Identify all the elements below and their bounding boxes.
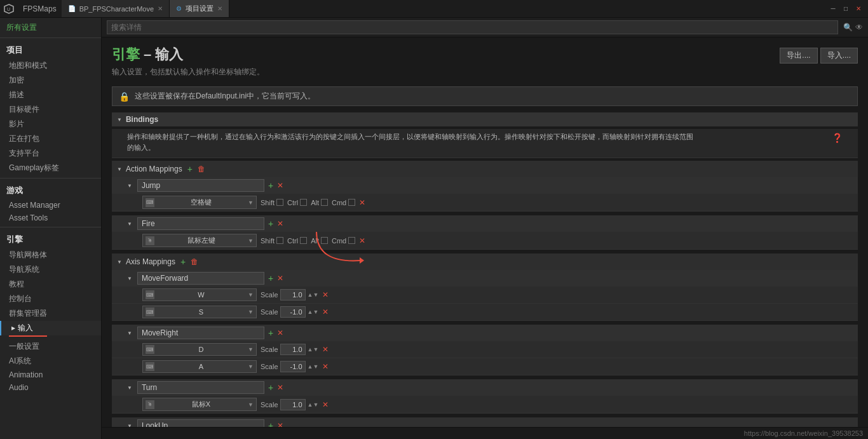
- delete-w-btn[interactable]: ✕: [322, 290, 329, 299]
- sidebar-packaging[interactable]: 正在打包: [0, 132, 101, 146]
- delete-turn-btn[interactable]: ✕: [277, 383, 283, 392]
- help-icon[interactable]: ❓: [832, 132, 843, 145]
- tab-bp-close[interactable]: ✕: [158, 5, 163, 12]
- tab-project-settings[interactable]: ⚙ 项目设置 ✕: [170, 0, 229, 17]
- alt-checkbox-fire[interactable]: [321, 237, 328, 244]
- turn-name-input[interactable]: [137, 381, 264, 394]
- delete-mousex-btn[interactable]: ✕: [322, 400, 329, 409]
- shift-label-fire: Shift: [261, 237, 275, 245]
- add-action-mapping-btn[interactable]: +: [186, 164, 194, 174]
- sidebar-asset-tools[interactable]: Asset Tools: [0, 212, 101, 224]
- export-btn[interactable]: 导出....: [780, 48, 817, 64]
- mr-d-dropdown[interactable]: ⌨ D ▼: [142, 343, 257, 356]
- scale-arrows-mousex[interactable]: ▲▼: [308, 402, 319, 408]
- add-fire-key-btn[interactable]: +: [267, 219, 275, 229]
- mr-a-dropdown[interactable]: ⌨ A ▼: [142, 360, 257, 373]
- action-mappings-label: Action Mappings: [126, 165, 182, 173]
- moveright-name-input[interactable]: [137, 327, 264, 339]
- ctrl-checkbox-fire[interactable]: [300, 237, 307, 244]
- jump-key-dropdown[interactable]: ⌨ 空格键 ▼: [142, 196, 257, 209]
- scale-input-d[interactable]: [280, 344, 306, 355]
- sidebar-platforms[interactable]: 支持平台: [0, 146, 101, 161]
- scale-arrows-s[interactable]: ▲▼: [308, 309, 319, 315]
- fire-mapping: ▼ + ✕ 🖱 鼠标左键 ▼ Shift: [112, 215, 858, 250]
- jump-name-input[interactable]: [137, 179, 264, 192]
- mf-s-dropdown[interactable]: ⌨ S ▼: [142, 306, 257, 318]
- svg-text:U: U: [7, 7, 10, 11]
- scale-input-a[interactable]: [280, 361, 306, 372]
- scale-arrows-a[interactable]: ▲▼: [308, 363, 319, 370]
- alt-checkbox-jump[interactable]: [321, 199, 328, 206]
- sidebar-asset-manager[interactable]: Asset Manager: [0, 199, 101, 212]
- mf-w-dropdown[interactable]: ⌨ W ▼: [142, 288, 257, 301]
- add-mr-key-btn[interactable]: +: [267, 328, 275, 338]
- delete-action-mappings-btn[interactable]: 🗑: [198, 165, 205, 173]
- sidebar-all-settings[interactable]: 所有设置: [0, 20, 101, 35]
- add-jump-key-btn[interactable]: +: [267, 180, 275, 191]
- delete-a-btn[interactable]: ✕: [322, 362, 329, 371]
- sidebar-cluster-manager[interactable]: 群集管理器: [0, 306, 101, 321]
- moveright-header: ▼ + ✕: [112, 325, 858, 341]
- delete-s-btn[interactable]: ✕: [322, 307, 329, 316]
- scale-label-w: Scale: [261, 291, 278, 299]
- close-btn[interactable]: ✕: [853, 3, 864, 15]
- delete-jump-btn[interactable]: ✕: [277, 181, 283, 190]
- sidebar-nav-mesh[interactable]: 导航网格体: [0, 248, 101, 262]
- sidebar-console[interactable]: 控制台: [0, 292, 101, 306]
- add-mf-key-btn[interactable]: +: [267, 273, 275, 283]
- scale-input-s[interactable]: [280, 306, 306, 318]
- search-icon[interactable]: 🔍: [843, 23, 853, 32]
- import-btn[interactable]: 导入....: [820, 48, 858, 64]
- search-input[interactable]: [107, 20, 838, 34]
- scale-arrows-d[interactable]: ▲▼: [308, 346, 319, 353]
- fire-name-input[interactable]: [137, 217, 264, 230]
- add-turn-key-btn[interactable]: +: [267, 382, 275, 393]
- cmd-checkbox-jump[interactable]: [348, 199, 355, 206]
- delete-jump-key-btn[interactable]: ✕: [359, 198, 365, 207]
- lookup-name-input[interactable]: [137, 419, 264, 427]
- sidebar-ai-system[interactable]: AI系统: [0, 354, 101, 368]
- sidebar-movies[interactable]: 影片: [0, 117, 101, 132]
- axis-mappings-triangle: ▼: [117, 259, 122, 265]
- delete-fire-key-btn[interactable]: ✕: [359, 236, 365, 245]
- add-lookup-key-btn[interactable]: +: [267, 421, 275, 427]
- cmd-checkbox-fire[interactable]: [348, 237, 355, 244]
- bindings-triangle: ▼: [117, 117, 122, 123]
- delete-d-btn[interactable]: ✕: [322, 345, 329, 354]
- sidebar-input[interactable]: ▶ 输入: [0, 321, 101, 335]
- visibility-icon[interactable]: 👁: [855, 23, 863, 32]
- scale-arrows-w[interactable]: ▲▼: [308, 292, 319, 298]
- maximize-btn[interactable]: □: [840, 3, 851, 15]
- moveforward-name-input[interactable]: [137, 272, 264, 285]
- tab-bp-character[interactable]: 📄 BP_FPSCharacterMove ✕: [62, 0, 170, 17]
- turn-mousex-dropdown[interactable]: 🖱 鼠标X ▼: [142, 398, 257, 411]
- fire-key-dropdown[interactable]: 🖱 鼠标左键 ▼: [142, 234, 257, 247]
- scale-input-mousex[interactable]: [280, 399, 306, 410]
- sidebar-encryption[interactable]: 加密: [0, 73, 101, 88]
- delete-mf-btn[interactable]: ✕: [277, 274, 283, 283]
- alt-label-fire: Alt: [311, 237, 319, 245]
- bindings-section-header[interactable]: ▼ Bindings: [112, 112, 858, 126]
- scale-input-w[interactable]: [280, 289, 306, 301]
- sidebar-gameplay-tags[interactable]: Gameplay标签: [0, 161, 101, 175]
- add-axis-mapping-btn[interactable]: +: [179, 257, 187, 267]
- delete-mr-btn[interactable]: ✕: [277, 328, 283, 337]
- sidebar-description[interactable]: 描述: [0, 88, 101, 102]
- shift-checkbox-jump[interactable]: [276, 199, 283, 206]
- sidebar-tutorials[interactable]: 教程: [0, 277, 101, 292]
- delete-lookup-btn[interactable]: ✕: [277, 421, 283, 427]
- ctrl-checkbox-jump[interactable]: [300, 199, 307, 206]
- scale-label-d: Scale: [261, 346, 278, 353]
- delete-fire-btn[interactable]: ✕: [277, 219, 283, 228]
- sidebar-nav-system[interactable]: 导航系统: [0, 262, 101, 277]
- sidebar-general-settings[interactable]: 一般设置: [0, 339, 101, 354]
- sidebar-animation[interactable]: Animation: [0, 368, 101, 381]
- sidebar-target-hardware[interactable]: 目标硬件: [0, 102, 101, 117]
- tab-settings-close[interactable]: ✕: [217, 5, 222, 12]
- shift-checkbox-fire[interactable]: [276, 237, 283, 244]
- sidebar-audio[interactable]: Audio: [0, 381, 101, 394]
- bottom-url: https://blog.csdn.net/weixin_39538253: [744, 429, 863, 437]
- minimize-btn[interactable]: ─: [827, 3, 839, 15]
- delete-axis-mappings-btn[interactable]: 🗑: [191, 257, 198, 266]
- sidebar-maps-modes[interactable]: 地图和模式: [0, 58, 101, 73]
